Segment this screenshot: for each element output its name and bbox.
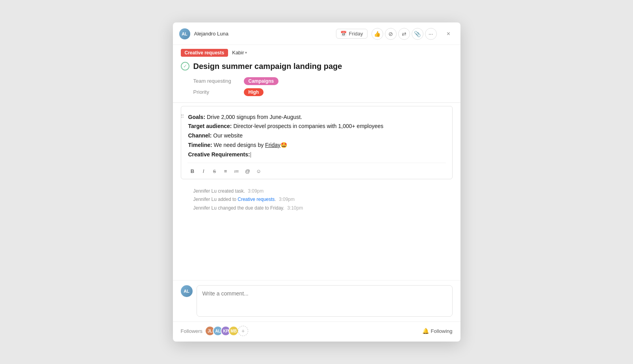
activity-text-2b: . [275,197,276,202]
activity-link[interactable]: Creative requests [238,197,275,202]
block-button[interactable]: ⊘ [385,28,397,40]
emoji-button[interactable]: ☺ [254,166,264,176]
audience-line: Target audience: Director-level prospect… [188,122,446,131]
fields-section: Team requesting Campaigns Priority High [173,76,460,100]
ordered-list-button[interactable]: ≔ [232,166,242,176]
commenter-avatar: AL [181,285,193,297]
strikethrough-button[interactable]: S [210,166,220,176]
timeline-label: Timeline: [188,142,212,148]
followers-left: Followers JL AL KP MB + [181,326,249,336]
bell-icon: 🔔 [422,328,429,334]
project-tag[interactable]: Creative requests [181,49,228,57]
following-button[interactable]: 🔔 Following [422,328,453,334]
complete-button[interactable]: ✓ [181,62,189,71]
bold-button[interactable]: B [187,166,198,176]
activity-text-2a: Jennifer Lu added to [193,197,238,202]
due-date-label: Friday [349,31,363,37]
mention-button[interactable]: @ [243,166,253,176]
modal-header: AL Alejandro Luna 📅 Friday 👍 ⊘ ⇄ 📎 ··· × [173,22,460,45]
priority-row: Priority High [193,88,453,96]
followers-bar: Followers JL AL KP MB + 🔔 Following [173,321,460,342]
like-button[interactable]: 👍 [371,28,383,40]
header-actions: 👍 ⊘ ⇄ 📎 ··· [371,28,437,40]
following-label: Following [431,328,453,334]
breadcrumb: Creative requests Kabir ▾ [173,45,460,60]
followers-avatars: JL AL KP MB + [205,326,248,336]
calendar-icon: 📅 [340,31,347,37]
italic-button[interactable]: I [199,166,209,176]
requirements-line: Creative Requirements: [188,150,446,160]
due-date-pill[interactable]: 📅 Friday [336,29,367,39]
text-cursor [251,152,251,158]
unordered-list-button[interactable]: ≡ [221,166,231,176]
team-requesting-row: Team requesting Campaigns [193,77,453,85]
task-title-row: ✓ Design summer campaign landing page [173,60,460,76]
activity-time-3: 3:10pm [287,205,303,211]
activity-line-1: Jennifer Lu created task. 3:09pm [193,187,453,196]
audience-label: Target audience: [188,123,232,129]
goals-line: Goals: Drive 2,000 signups from June-Aug… [188,113,446,122]
task-title[interactable]: Design summer campaign landing page [193,61,342,71]
priority-label: Priority [193,89,241,95]
chevron-down-icon: ▾ [245,50,247,55]
timeline-line: Timeline: We need designs by Friday🤩 [188,141,446,150]
timeline-text: We need designs by [212,142,265,148]
close-button[interactable]: × [443,28,454,39]
drag-handle-icon[interactable]: ⠿ [180,113,184,119]
followers-label: Followers [181,328,203,334]
attach-button[interactable]: 📎 [412,28,423,40]
goals-text: Drive 2,000 signups from June-August. [205,114,302,120]
add-follower-button[interactable]: + [238,326,248,336]
follower-avatar-4[interactable]: MB [228,326,239,336]
team-requesting-label: Team requesting [193,78,241,84]
activity-text-3: Jennifer Lu changed the due date to Frid… [193,205,284,211]
activity-line-2: Jennifer Lu added to Creative requests. … [193,195,453,204]
description-content[interactable]: Goals: Drive 2,000 signups from June-Aug… [187,113,446,160]
timeline-emoji: 🤩 [280,142,287,148]
description-box[interactable]: ⠿ Goals: Drive 2,000 signups from June-A… [181,106,453,179]
description-toolbar: B I S ≡ ≔ @ ☺ [187,163,446,179]
activity-text-1: Jennifer Lu created task. [193,188,245,194]
assignee-avatar[interactable]: AL [179,28,190,39]
channel-label: Channel: [188,132,212,139]
priority-tag[interactable]: High [244,88,264,96]
comment-input[interactable] [197,285,453,317]
activity-time-2: 3:09pm [279,197,295,202]
more-button[interactable]: ··· [425,28,437,40]
campaigns-tag[interactable]: Campaigns [244,77,279,85]
activity-section: Jennifer Lu created task. 3:09pm Jennife… [173,184,460,217]
assignee-name: Alejandro Luna [194,31,228,37]
sync-button[interactable]: ⇄ [398,28,410,40]
goals-label: Goals: [188,114,206,120]
audience-text: Director-level prospects in companies wi… [232,123,384,129]
channel-line: Channel: Our website [188,131,446,141]
requirements-label: Creative Requirements: [188,151,250,158]
activity-time-1: 3:09pm [248,188,264,194]
comment-section: AL [173,280,460,321]
section-link[interactable]: Kabir ▾ [230,49,249,56]
timeline-link: Friday [265,142,280,148]
divider [173,102,460,103]
task-modal: AL Alejandro Luna 📅 Friday 👍 ⊘ ⇄ 📎 ··· ×… [173,22,460,342]
channel-text: Our website [212,132,243,139]
activity-line-3: Jennifer Lu changed the due date to Frid… [193,204,453,213]
